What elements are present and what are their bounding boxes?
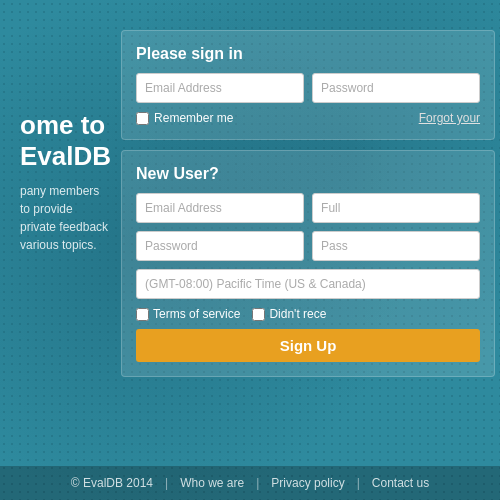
didnt-receive-label: Didn't rece bbox=[269, 307, 326, 321]
forgot-password-link[interactable]: Forgot your bbox=[419, 111, 480, 125]
left-panel: ome to EvalDB pany members to provide pr… bbox=[0, 20, 111, 254]
footer-sep1: | bbox=[165, 476, 168, 490]
terms-label: Terms of service bbox=[153, 307, 240, 321]
main-area: ome to EvalDB pany members to provide pr… bbox=[0, 0, 500, 466]
remember-me-container: Remember me bbox=[136, 111, 233, 125]
signup-password2-input[interactable] bbox=[312, 231, 480, 261]
signin-password-input[interactable] bbox=[312, 73, 480, 103]
signup-grid bbox=[136, 193, 480, 299]
welcome-heading: ome to EvalDB bbox=[20, 110, 111, 172]
signup-password-input[interactable] bbox=[136, 231, 304, 261]
signin-title: Please sign in bbox=[136, 45, 480, 63]
didnt-receive-checkbox[interactable] bbox=[252, 308, 265, 321]
signup-title: New User? bbox=[136, 165, 480, 183]
signup-fullname-input[interactable] bbox=[312, 193, 480, 223]
footer-contact-us[interactable]: Contact us bbox=[372, 476, 429, 490]
welcome-description: pany members to provide private feedback… bbox=[20, 182, 111, 254]
remember-me-checkbox[interactable] bbox=[136, 112, 149, 125]
didnt-receive-container: Didn't rece bbox=[252, 307, 326, 321]
signin-email-input[interactable] bbox=[136, 73, 304, 103]
page-content: ome to EvalDB pany members to provide pr… bbox=[0, 0, 500, 500]
signup-timezone-input[interactable] bbox=[136, 269, 480, 299]
signin-credentials-row bbox=[136, 73, 480, 103]
footer-who-we-are[interactable]: Who we are bbox=[180, 476, 244, 490]
footer-copyright: © EvalDB 2014 bbox=[71, 476, 153, 490]
footer-sep2: | bbox=[256, 476, 259, 490]
right-panel: Please sign in Remember me Forgot your N… bbox=[111, 20, 500, 387]
terms-label-container: Terms of service bbox=[136, 307, 240, 321]
footer-privacy-policy[interactable]: Privacy policy bbox=[271, 476, 344, 490]
footer: © EvalDB 2014 | Who we are | Privacy pol… bbox=[0, 466, 500, 500]
terms-checkbox[interactable] bbox=[136, 308, 149, 321]
signin-card: Please sign in Remember me Forgot your bbox=[121, 30, 495, 140]
signin-options-row: Remember me Forgot your bbox=[136, 111, 480, 125]
remember-me-label: Remember me bbox=[154, 111, 233, 125]
signup-card: New User? Terms of service Didn't r bbox=[121, 150, 495, 377]
signup-checks-row: Terms of service Didn't rece bbox=[136, 307, 480, 321]
footer-sep3: | bbox=[357, 476, 360, 490]
signup-button[interactable]: Sign Up bbox=[136, 329, 480, 362]
signup-email-input[interactable] bbox=[136, 193, 304, 223]
